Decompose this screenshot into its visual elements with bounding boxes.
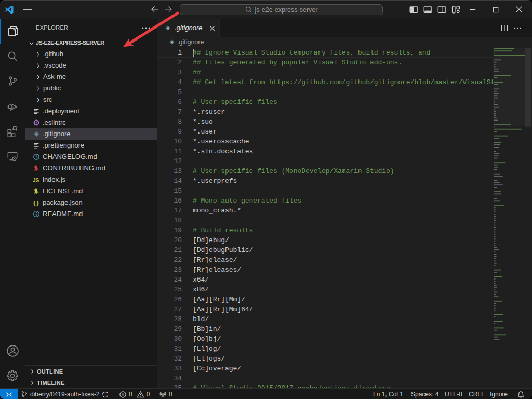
svg-text:JS: JS (33, 178, 39, 183)
svg-text:{ }: { } (33, 200, 39, 206)
